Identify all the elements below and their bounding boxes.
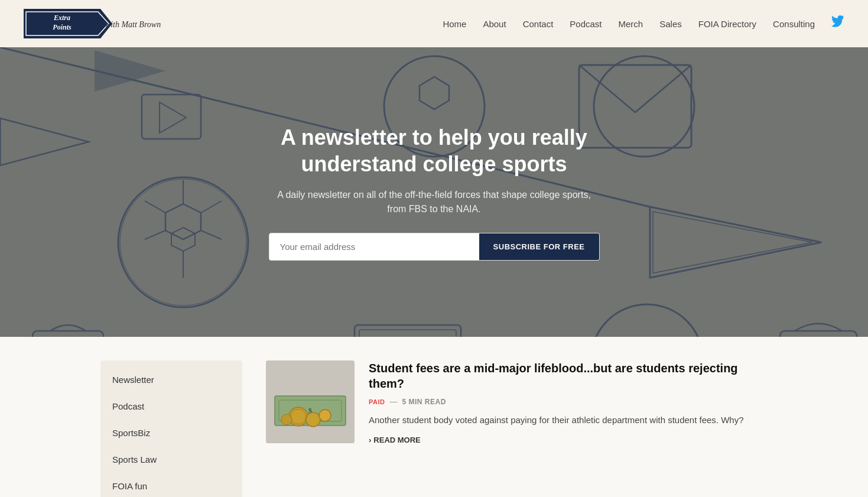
svg-point-40: [319, 410, 331, 421]
article-card: $ Student fees are a mid-major lifeblood…: [266, 360, 768, 444]
article-meta: PAID — 5 MIN READ: [369, 397, 768, 406]
sidebar-item-sports-law[interactable]: Sports Law: [100, 446, 242, 473]
twitter-icon[interactable]: [831, 15, 844, 32]
email-input[interactable]: [269, 233, 479, 260]
sidebar-item-podcast[interactable]: Podcast: [100, 393, 242, 420]
read-more-link[interactable]: › READ MORE: [369, 436, 768, 444]
hero-content: A newsletter to help you really understa…: [257, 124, 612, 261]
nav-foia-directory[interactable]: FOIA Directory: [698, 19, 756, 29]
hero-heading: A newsletter to help you really understa…: [269, 124, 600, 177]
svg-text:Points: Points: [53, 23, 71, 31]
nav-merch[interactable]: Merch: [619, 19, 643, 29]
svg-point-39: [306, 412, 320, 427]
paid-badge: PAID: [369, 398, 385, 405]
site-header: Extra Points with Matt Brown Home About …: [0, 0, 868, 47]
article-title: Student fees are a mid-major lifeblood..…: [369, 360, 768, 391]
sidebar: Newsletter Podcast SportsBiz Sports Law …: [100, 360, 242, 497]
read-more-arrow: ›: [369, 436, 371, 444]
read-time: 5 MIN READ: [402, 398, 446, 406]
article-body: Student fees are a mid-major lifeblood..…: [369, 360, 768, 444]
nav-contact[interactable]: Contact: [523, 19, 554, 29]
sidebar-item-newsletter[interactable]: Newsletter: [100, 366, 242, 393]
article-list: $ Student fees are a mid-major lifeblood…: [266, 360, 768, 497]
hero-section: A newsletter to help you really understa…: [0, 47, 868, 337]
subscribe-form: SUBSCRIBE FOR FREE: [269, 233, 600, 261]
article-excerpt: Another student body voted against payin…: [369, 413, 768, 427]
svg-point-37: [289, 407, 308, 426]
nav-about[interactable]: About: [483, 19, 506, 29]
nav-podcast[interactable]: Podcast: [570, 19, 602, 29]
sidebar-item-foia-fun[interactable]: FOIA fun: [100, 473, 242, 497]
sidebar-item-sportsbiz[interactable]: SportsBiz: [100, 420, 242, 446]
meta-separator: —: [389, 397, 397, 406]
svg-text:with Matt Brown: with Matt Brown: [105, 20, 161, 29]
svg-point-41: [281, 414, 292, 425]
logo[interactable]: Extra Points with Matt Brown: [24, 6, 165, 41]
nav-home[interactable]: Home: [443, 19, 466, 29]
hero-subheading: A daily newsletter on all of the off-the…: [269, 188, 600, 216]
svg-text:Extra: Extra: [53, 14, 70, 22]
main-nav: Home About Contact Podcast Merch Sales F…: [443, 15, 844, 32]
read-more-label: READ MORE: [373, 436, 420, 444]
article-thumbnail: $: [266, 360, 355, 443]
nav-sales[interactable]: Sales: [659, 19, 682, 29]
subscribe-button[interactable]: SUBSCRIBE FOR FREE: [479, 233, 599, 260]
content-section: Newsletter Podcast SportsBiz Sports Law …: [0, 337, 868, 497]
nav-consulting[interactable]: Consulting: [773, 19, 815, 29]
